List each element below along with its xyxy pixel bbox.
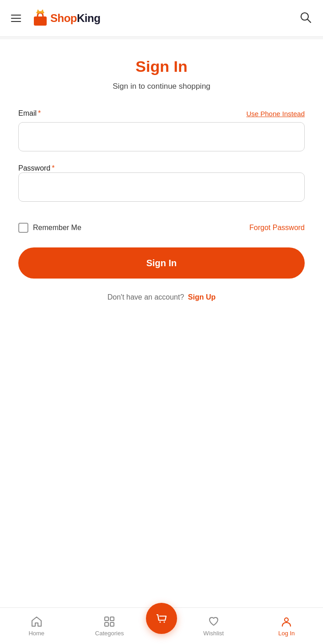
bottom-row: Remember Me Forgot Password: [18, 223, 305, 233]
home-icon: [30, 615, 43, 628]
header: ShopKing: [0, 0, 323, 37]
main-content: Sign In Sign in to continue shopping Ema…: [0, 39, 323, 329]
svg-line-6: [308, 19, 311, 22]
svg-point-3: [40, 11, 41, 12]
password-field-header: Password*: [18, 164, 305, 172]
page-subtitle: Sign in to continue shopping: [18, 82, 305, 91]
password-required: *: [52, 164, 54, 172]
cart-icon: [154, 611, 169, 626]
header-left: ShopKing: [9, 8, 100, 28]
password-label-container: Password*: [18, 164, 54, 172]
password-label: Password: [18, 164, 50, 172]
email-field-header: Email* Use Phone Instead: [18, 109, 305, 118]
hamburger-menu[interactable]: [9, 13, 23, 24]
email-label: Email: [18, 109, 37, 117]
search-button[interactable]: [297, 9, 314, 27]
signup-row: Don't have an account? Sign Up: [18, 293, 305, 301]
svg-rect-8: [110, 617, 114, 621]
remember-me-checkbox[interactable]: [18, 223, 28, 233]
wishlist-icon: [207, 615, 220, 628]
use-phone-link[interactable]: Use Phone Instead: [246, 110, 305, 118]
remember-me-container[interactable]: Remember Me: [18, 223, 81, 233]
nav-label-home: Home: [28, 630, 44, 637]
forgot-password-link[interactable]: Forgot Password: [249, 224, 305, 232]
logo-icon: [30, 8, 50, 28]
nav-label-login: Log In: [278, 630, 295, 637]
email-input[interactable]: [18, 122, 305, 151]
email-label-container: Email*: [18, 109, 41, 118]
login-icon: [280, 615, 293, 628]
nav-label-categories: Categories: [95, 630, 124, 637]
svg-rect-7: [105, 617, 108, 621]
svg-rect-10: [110, 623, 114, 626]
svg-point-2: [38, 10, 39, 11]
logo-shop: Shop: [50, 12, 77, 24]
password-input[interactable]: [18, 172, 305, 202]
logo-king: King: [77, 12, 100, 24]
svg-point-11: [160, 621, 161, 623]
sign-in-button[interactable]: Sign In: [18, 247, 305, 279]
svg-rect-9: [105, 623, 108, 626]
logo-text: ShopKing: [50, 12, 100, 25]
svg-point-5: [301, 13, 308, 20]
remember-me-label: Remember Me: [33, 224, 81, 232]
search-icon: [299, 11, 312, 24]
nav-item-wishlist[interactable]: Wishlist: [177, 615, 250, 637]
bottom-nav: Home Categories Wishlist Log In: [0, 607, 323, 644]
svg-point-12: [164, 621, 165, 623]
svg-point-13: [285, 618, 288, 622]
email-required: *: [38, 109, 41, 117]
categories-icon: [103, 615, 116, 628]
sign-up-link[interactable]: Sign Up: [188, 293, 215, 301]
nav-item-login[interactable]: Log In: [250, 615, 323, 637]
nav-label-wishlist: Wishlist: [203, 630, 224, 637]
nav-item-categories[interactable]: Categories: [73, 615, 146, 637]
svg-rect-0: [34, 16, 47, 26]
nav-item-cart[interactable]: [146, 603, 177, 634]
page-title: Sign In: [18, 58, 305, 75]
nav-item-home[interactable]: Home: [0, 615, 73, 637]
logo[interactable]: ShopKing: [30, 8, 100, 28]
svg-point-4: [42, 10, 43, 11]
no-account-text: Don't have an account?: [108, 293, 184, 301]
